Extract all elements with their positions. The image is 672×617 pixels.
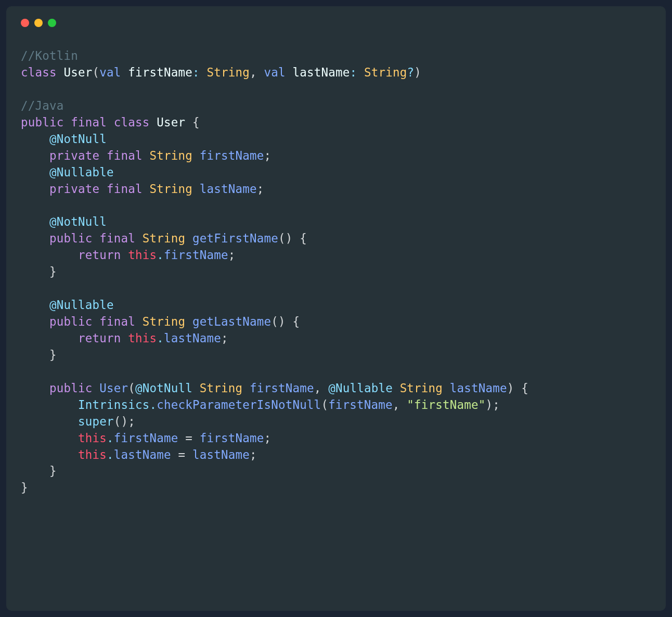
code-token: val [99, 66, 128, 79]
code-token: , [393, 398, 407, 412]
code-token: public final [49, 315, 143, 328]
code-token: , [250, 66, 264, 79]
code-token: checkParameterIsNotNull [157, 398, 321, 412]
code-line: public User(@NotNull String firstName, @… [21, 380, 651, 397]
code-token [21, 165, 49, 179]
code-line [21, 197, 651, 214]
window-titlebar [21, 19, 651, 27]
code-token [21, 448, 78, 461]
code-token: this [128, 248, 157, 262]
code-token: } [21, 481, 28, 494]
code-token: public final class [21, 115, 157, 129]
code-token: this [78, 448, 107, 461]
code-token: String [143, 232, 192, 245]
code-token [21, 149, 49, 162]
code-token: firstName [114, 431, 178, 445]
code-line: public final String getFirstName() { [21, 230, 651, 247]
code-token: lastName [450, 381, 507, 395]
code-token: String [143, 315, 192, 328]
code-line: } [21, 264, 651, 280]
code-token: firstName [164, 248, 228, 262]
code-token: ; [228, 248, 236, 262]
code-token: . [107, 448, 114, 461]
code-token: ; [264, 149, 271, 162]
code-token: private final [49, 182, 149, 196]
code-token: firstName [328, 398, 393, 412]
code-token: lastName [200, 182, 257, 196]
code-token: . [157, 331, 164, 345]
code-token: return [78, 331, 128, 345]
code-token: String [364, 66, 407, 79]
code-token: } [49, 265, 57, 278]
code-token [21, 315, 49, 328]
code-token [21, 232, 49, 245]
code-token: @NotNull [135, 381, 200, 395]
code-token: ; [257, 182, 264, 196]
code-line: this.firstName = firstName; [21, 430, 651, 447]
code-line: } [21, 347, 651, 364]
code-token: ; [264, 431, 271, 445]
code-token: @NotNull [49, 132, 107, 146]
code-token: () { [278, 232, 307, 245]
code-token: User [157, 115, 192, 129]
code-token: } [49, 348, 57, 362]
code-token: ( [321, 398, 328, 412]
code-token: = [171, 448, 192, 461]
code-token: : [192, 66, 207, 79]
code-token: String [206, 66, 249, 79]
code-token: String [149, 149, 199, 162]
code-token: return [78, 248, 128, 262]
code-token: String [400, 381, 450, 395]
code-token: ); [486, 398, 500, 412]
code-token [21, 298, 49, 312]
code-token: public final [49, 232, 143, 245]
code-token: lastName [192, 448, 250, 461]
minimize-icon[interactable] [34, 19, 43, 27]
code-token: ; [250, 448, 257, 461]
code-token: ( [128, 381, 135, 395]
code-token [21, 215, 49, 228]
code-token: //Java [21, 99, 63, 112]
code-token: { [192, 115, 200, 129]
code-token [21, 348, 49, 362]
code-token: . [149, 398, 157, 412]
code-line: //Java [21, 98, 651, 114]
code-line: @NotNull [21, 214, 651, 230]
code-line: class User(val firstName: String, val la… [21, 65, 651, 81]
code-token: Intrinsics [78, 398, 149, 412]
code-token: public [49, 381, 99, 395]
code-token: User [63, 66, 92, 79]
code-token: @Nullable [49, 165, 114, 179]
code-token: . [157, 248, 164, 262]
code-token: ) [414, 66, 421, 79]
code-token: //Kotlin [21, 49, 78, 62]
code-line [21, 81, 651, 98]
code-line: this.lastName = lastName; [21, 447, 651, 464]
code-line: super(); [21, 414, 651, 430]
code-token: getLastName [192, 315, 271, 328]
code-token: User [99, 381, 128, 395]
code-line: public final String getLastName() { [21, 314, 651, 330]
code-token: . [107, 431, 114, 445]
code-token: @NotNull [49, 215, 107, 228]
code-token [21, 415, 78, 428]
code-token [21, 431, 78, 445]
code-token: lastName [164, 331, 221, 345]
code-line: @Nullable [21, 297, 651, 314]
code-token: ? [407, 66, 414, 79]
code-token [21, 331, 78, 345]
code-line: return this.firstName; [21, 247, 651, 264]
code-token [21, 265, 49, 278]
code-content: //Kotlinclass User(val firstName: String… [21, 48, 651, 496]
maximize-icon[interactable] [48, 19, 56, 27]
code-token: ) { [507, 381, 528, 395]
code-line: return this.lastName; [21, 330, 651, 347]
code-token: = [178, 431, 199, 445]
code-token: @Nullable [49, 298, 114, 312]
close-icon[interactable] [21, 19, 29, 27]
code-token [21, 132, 49, 146]
code-token: @Nullable [328, 381, 399, 395]
code-token: ; [221, 331, 228, 345]
code-line [21, 364, 651, 380]
code-line: Intrinsics.checkParameterIsNotNull(first… [21, 397, 651, 414]
